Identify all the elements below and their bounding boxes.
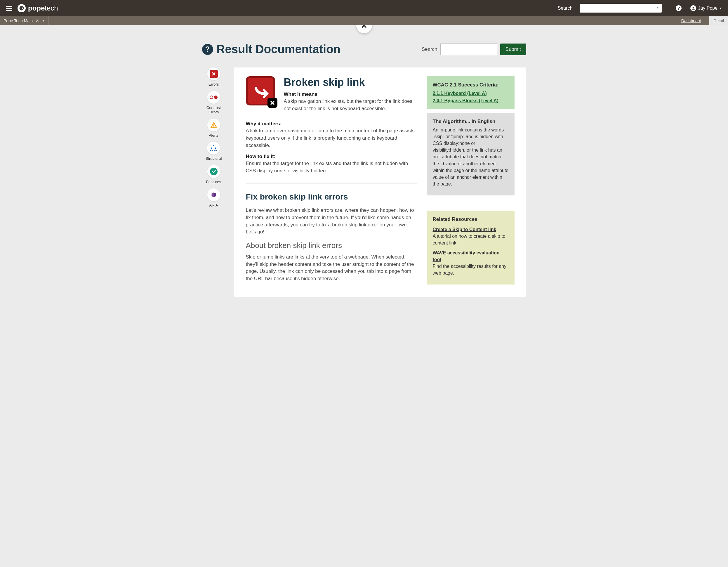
breadcrumb-separator-icon (705, 16, 709, 25)
brand-name-bold: pope (28, 4, 45, 12)
rail-errors[interactable]: Errors (207, 67, 220, 87)
doc-search-label: Search (422, 46, 437, 52)
top-search-input[interactable] (580, 4, 662, 13)
svg-rect-0 (213, 124, 214, 126)
breadcrumb-dashboard[interactable]: Dashboard (677, 16, 706, 25)
svg-rect-7 (214, 150, 215, 151)
aria-icon (211, 192, 217, 198)
wcag-box: WCAG 2.1 Success Criteria: 2.1.1 Keyboar… (427, 76, 515, 109)
breadcrumb-detail: Detail (709, 16, 728, 25)
doc-search-input[interactable] (440, 43, 497, 55)
article-body: Broken skip link What it means A skip na… (246, 76, 417, 288)
svg-rect-8 (216, 150, 217, 151)
tab-bar: Pope Tech Main ✕ ▼ Dashboard Detail (0, 16, 728, 25)
content-viewport[interactable]: ? Result Documentation Search Submit Err… (0, 25, 728, 567)
wcag-link[interactable]: 2.1.1 Keyboard (Level A) (433, 90, 509, 97)
chevron-down-icon: ▼ (719, 7, 722, 10)
wcag-heading: WCAG 2.1 Success Criteria: (433, 81, 509, 89)
rail-label: Features (206, 180, 221, 184)
close-icon[interactable]: ✕ (36, 18, 39, 23)
category-rail: Errors Contrast Errors Alerts Structural… (202, 67, 225, 207)
why-matters-body: A link to jump over navigation or jump t… (246, 127, 417, 149)
how-fix-label: How to fix it: (246, 154, 417, 159)
svg-rect-2 (213, 145, 214, 146)
rail-label: Structural (206, 156, 222, 161)
broken-skip-link-icon (246, 76, 275, 105)
rail-contrast[interactable]: Contrast Errors (202, 91, 225, 114)
related-heading: Related Resources (433, 216, 509, 223)
help-icon[interactable]: ? (676, 5, 682, 11)
menu-icon[interactable] (6, 6, 12, 11)
error-icon (210, 70, 218, 78)
rail-label: Contrast Errors (202, 105, 225, 114)
divider (246, 183, 417, 183)
what-it-means-label: What it means (284, 91, 417, 97)
brand-logo[interactable]: popetech (18, 4, 58, 12)
rail-structural[interactable]: Structural (206, 142, 222, 161)
rail-features[interactable]: Features (206, 165, 221, 184)
what-it-means-body: A skip navigation link exists, but the t… (284, 98, 417, 112)
how-fix-body: Ensure that the target for the link exis… (246, 160, 417, 174)
check-icon (210, 168, 218, 175)
related-desc: A tutorial on how to create a skip to co… (433, 233, 509, 246)
related-link[interactable]: WAVE accessibility evaluation tool (433, 249, 509, 263)
related-desc: Find the accessibility results for any w… (433, 263, 509, 276)
user-avatar-icon (690, 5, 696, 11)
alert-icon (210, 121, 218, 129)
user-name: Jay Pope (698, 6, 717, 11)
guide-heading: Fix broken skip link errors (246, 192, 417, 201)
svg-rect-3 (211, 147, 212, 149)
svg-rect-5 (210, 150, 211, 151)
doc-card: Broken skip link What it means A skip na… (234, 67, 526, 297)
top-search-label: Search (558, 6, 573, 11)
doc-title: Broken skip link (284, 76, 417, 88)
workspace-tab[interactable]: Pope Tech Main ✕ ▼ (0, 16, 48, 25)
svg-rect-4 (215, 147, 216, 149)
rail-label: ARIA (209, 203, 218, 208)
why-matters-label: Why it matters: (246, 121, 417, 127)
contrast-icon (210, 95, 218, 99)
rail-alerts[interactable]: Alerts (207, 119, 220, 138)
sidebar: WCAG 2.1 Success Criteria: 2.1.1 Keyboar… (427, 76, 515, 288)
page-title: ? Result Documentation (202, 43, 340, 56)
guide-about-body: Skip or jump links are links at the very… (246, 253, 417, 282)
guide-about-heading: About broken skip link errors (246, 241, 417, 250)
app-bar: popetech Search ? Jay Pope ▼ (0, 0, 728, 16)
user-menu[interactable]: Jay Pope ▼ (690, 5, 722, 11)
close-modal-button[interactable] (356, 25, 372, 33)
svg-rect-1 (213, 126, 214, 127)
related-link[interactable]: Create a Skip to Content link (433, 226, 509, 233)
algorithm-box: The Algorithm... In English An in-page l… (427, 113, 515, 195)
rail-aria[interactable]: ARIA (207, 188, 220, 208)
wcag-link[interactable]: 2.4.1 Bypass Blocks (Level A) (433, 97, 509, 104)
brand-name-light: tech (45, 4, 58, 12)
algorithm-body: An in-page link contains the words "skip… (433, 126, 509, 187)
chevron-down-icon[interactable]: ▼ (42, 19, 45, 22)
related-box: Related Resources Create a Skip to Conte… (427, 210, 515, 285)
submit-button[interactable]: Submit (500, 43, 526, 55)
x-badge-icon (267, 98, 277, 108)
algorithm-heading: The Algorithm... In English (433, 118, 509, 125)
structure-icon (210, 145, 217, 152)
guide-intro: Let's review what broken skip link error… (246, 207, 417, 236)
rail-label: Alerts (209, 133, 218, 138)
svg-rect-6 (212, 150, 213, 151)
logo-mark-icon (18, 4, 26, 12)
rail-label: Errors (209, 82, 219, 87)
page-title-text: Result Documentation (217, 43, 340, 56)
workspace-tab-label: Pope Tech Main (4, 18, 33, 23)
help-circle-icon: ? (202, 44, 213, 55)
